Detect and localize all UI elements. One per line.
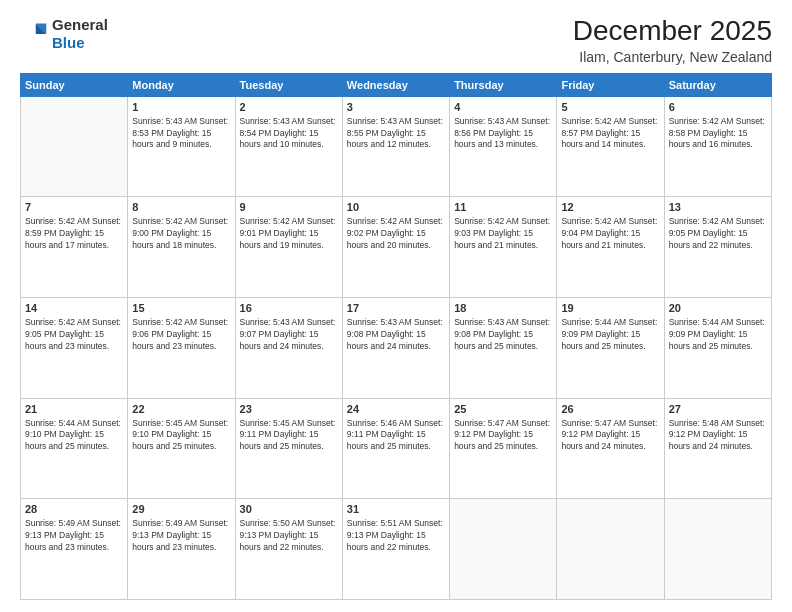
day-info: Sunrise: 5:49 AM Sunset: 9:13 PM Dayligh…	[25, 518, 123, 554]
day-info: Sunrise: 5:43 AM Sunset: 8:54 PM Dayligh…	[240, 116, 338, 152]
calendar-cell: 23Sunrise: 5:45 AM Sunset: 9:11 PM Dayli…	[235, 398, 342, 499]
header: General Blue December 2025 Ilam, Canterb…	[20, 16, 772, 65]
day-number: 17	[347, 301, 445, 316]
day-number: 6	[669, 100, 767, 115]
day-number: 10	[347, 200, 445, 215]
day-info: Sunrise: 5:43 AM Sunset: 9:08 PM Dayligh…	[454, 317, 552, 353]
calendar-day-header: Wednesday	[342, 73, 449, 96]
day-number: 31	[347, 502, 445, 517]
day-info: Sunrise: 5:42 AM Sunset: 8:59 PM Dayligh…	[25, 216, 123, 252]
day-info: Sunrise: 5:44 AM Sunset: 9:09 PM Dayligh…	[561, 317, 659, 353]
calendar-cell: 17Sunrise: 5:43 AM Sunset: 9:08 PM Dayli…	[342, 298, 449, 399]
day-number: 22	[132, 402, 230, 417]
calendar-cell: 22Sunrise: 5:45 AM Sunset: 9:10 PM Dayli…	[128, 398, 235, 499]
calendar-day-header: Thursday	[450, 73, 557, 96]
calendar-cell: 27Sunrise: 5:48 AM Sunset: 9:12 PM Dayli…	[664, 398, 771, 499]
day-number: 27	[669, 402, 767, 417]
calendar-cell: 9Sunrise: 5:42 AM Sunset: 9:01 PM Daylig…	[235, 197, 342, 298]
day-number: 21	[25, 402, 123, 417]
day-number: 12	[561, 200, 659, 215]
calendar-cell: 7Sunrise: 5:42 AM Sunset: 8:59 PM Daylig…	[21, 197, 128, 298]
day-info: Sunrise: 5:43 AM Sunset: 9:07 PM Dayligh…	[240, 317, 338, 353]
day-number: 15	[132, 301, 230, 316]
calendar-cell: 21Sunrise: 5:44 AM Sunset: 9:10 PM Dayli…	[21, 398, 128, 499]
day-info: Sunrise: 5:42 AM Sunset: 9:02 PM Dayligh…	[347, 216, 445, 252]
calendar-week-row: 1Sunrise: 5:43 AM Sunset: 8:53 PM Daylig…	[21, 96, 772, 197]
day-number: 4	[454, 100, 552, 115]
day-info: Sunrise: 5:42 AM Sunset: 9:04 PM Dayligh…	[561, 216, 659, 252]
day-number: 2	[240, 100, 338, 115]
day-info: Sunrise: 5:51 AM Sunset: 9:13 PM Dayligh…	[347, 518, 445, 554]
calendar-cell: 30Sunrise: 5:50 AM Sunset: 9:13 PM Dayli…	[235, 499, 342, 600]
day-number: 13	[669, 200, 767, 215]
day-info: Sunrise: 5:50 AM Sunset: 9:13 PM Dayligh…	[240, 518, 338, 554]
calendar-week-row: 28Sunrise: 5:49 AM Sunset: 9:13 PM Dayli…	[21, 499, 772, 600]
day-number: 9	[240, 200, 338, 215]
calendar-cell: 18Sunrise: 5:43 AM Sunset: 9:08 PM Dayli…	[450, 298, 557, 399]
logo-general: General	[52, 16, 108, 33]
calendar-day-header: Tuesday	[235, 73, 342, 96]
day-info: Sunrise: 5:47 AM Sunset: 9:12 PM Dayligh…	[454, 418, 552, 454]
calendar-cell: 24Sunrise: 5:46 AM Sunset: 9:11 PM Dayli…	[342, 398, 449, 499]
day-number: 16	[240, 301, 338, 316]
day-info: Sunrise: 5:42 AM Sunset: 8:58 PM Dayligh…	[669, 116, 767, 152]
calendar-cell: 3Sunrise: 5:43 AM Sunset: 8:55 PM Daylig…	[342, 96, 449, 197]
calendar-cell: 1Sunrise: 5:43 AM Sunset: 8:53 PM Daylig…	[128, 96, 235, 197]
calendar-cell	[557, 499, 664, 600]
day-number: 26	[561, 402, 659, 417]
calendar-cell: 11Sunrise: 5:42 AM Sunset: 9:03 PM Dayli…	[450, 197, 557, 298]
calendar-cell: 2Sunrise: 5:43 AM Sunset: 8:54 PM Daylig…	[235, 96, 342, 197]
day-info: Sunrise: 5:42 AM Sunset: 9:01 PM Dayligh…	[240, 216, 338, 252]
calendar-cell: 15Sunrise: 5:42 AM Sunset: 9:06 PM Dayli…	[128, 298, 235, 399]
day-number: 25	[454, 402, 552, 417]
day-info: Sunrise: 5:44 AM Sunset: 9:10 PM Dayligh…	[25, 418, 123, 454]
day-info: Sunrise: 5:45 AM Sunset: 9:11 PM Dayligh…	[240, 418, 338, 454]
calendar-day-header: Friday	[557, 73, 664, 96]
day-number: 23	[240, 402, 338, 417]
day-info: Sunrise: 5:42 AM Sunset: 9:05 PM Dayligh…	[669, 216, 767, 252]
day-info: Sunrise: 5:42 AM Sunset: 8:57 PM Dayligh…	[561, 116, 659, 152]
day-info: Sunrise: 5:43 AM Sunset: 8:53 PM Dayligh…	[132, 116, 230, 152]
calendar-day-header: Saturday	[664, 73, 771, 96]
logo: General Blue	[20, 16, 108, 52]
calendar-cell: 25Sunrise: 5:47 AM Sunset: 9:12 PM Dayli…	[450, 398, 557, 499]
day-number: 7	[25, 200, 123, 215]
day-number: 18	[454, 301, 552, 316]
calendar-week-row: 14Sunrise: 5:42 AM Sunset: 9:05 PM Dayli…	[21, 298, 772, 399]
day-info: Sunrise: 5:42 AM Sunset: 9:03 PM Dayligh…	[454, 216, 552, 252]
day-number: 5	[561, 100, 659, 115]
day-info: Sunrise: 5:42 AM Sunset: 9:06 PM Dayligh…	[132, 317, 230, 353]
calendar-cell: 29Sunrise: 5:49 AM Sunset: 9:13 PM Dayli…	[128, 499, 235, 600]
calendar-cell: 28Sunrise: 5:49 AM Sunset: 9:13 PM Dayli…	[21, 499, 128, 600]
day-number: 11	[454, 200, 552, 215]
day-number: 30	[240, 502, 338, 517]
day-number: 29	[132, 502, 230, 517]
calendar-header-row: SundayMondayTuesdayWednesdayThursdayFrid…	[21, 73, 772, 96]
day-info: Sunrise: 5:43 AM Sunset: 9:08 PM Dayligh…	[347, 317, 445, 353]
calendar-cell: 16Sunrise: 5:43 AM Sunset: 9:07 PM Dayli…	[235, 298, 342, 399]
calendar-cell: 14Sunrise: 5:42 AM Sunset: 9:05 PM Dayli…	[21, 298, 128, 399]
page-title: December 2025	[573, 16, 772, 47]
day-number: 1	[132, 100, 230, 115]
calendar-cell	[664, 499, 771, 600]
day-number: 24	[347, 402, 445, 417]
day-number: 20	[669, 301, 767, 316]
calendar-day-header: Monday	[128, 73, 235, 96]
logo-blue: Blue	[52, 34, 85, 51]
calendar-cell	[450, 499, 557, 600]
calendar-week-row: 7Sunrise: 5:42 AM Sunset: 8:59 PM Daylig…	[21, 197, 772, 298]
calendar-cell: 4Sunrise: 5:43 AM Sunset: 8:56 PM Daylig…	[450, 96, 557, 197]
calendar-cell: 6Sunrise: 5:42 AM Sunset: 8:58 PM Daylig…	[664, 96, 771, 197]
title-section: December 2025 Ilam, Canterbury, New Zeal…	[573, 16, 772, 65]
calendar-cell: 31Sunrise: 5:51 AM Sunset: 9:13 PM Dayli…	[342, 499, 449, 600]
calendar-cell: 26Sunrise: 5:47 AM Sunset: 9:12 PM Dayli…	[557, 398, 664, 499]
calendar-cell: 13Sunrise: 5:42 AM Sunset: 9:05 PM Dayli…	[664, 197, 771, 298]
calendar-day-header: Sunday	[21, 73, 128, 96]
day-number: 28	[25, 502, 123, 517]
day-info: Sunrise: 5:43 AM Sunset: 8:56 PM Dayligh…	[454, 116, 552, 152]
calendar-cell	[21, 96, 128, 197]
day-info: Sunrise: 5:43 AM Sunset: 8:55 PM Dayligh…	[347, 116, 445, 152]
day-number: 3	[347, 100, 445, 115]
day-info: Sunrise: 5:48 AM Sunset: 9:12 PM Dayligh…	[669, 418, 767, 454]
logo-text: General Blue	[52, 16, 108, 52]
